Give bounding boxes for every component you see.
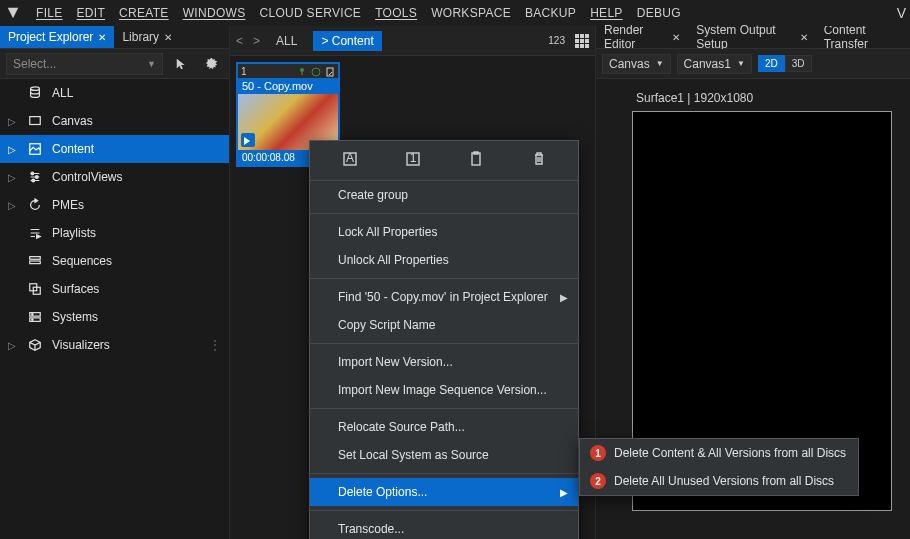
playlist-icon: [26, 225, 44, 241]
badge-1-icon: 1: [590, 445, 606, 461]
svg-text:1: 1: [409, 151, 416, 165]
svg-rect-19: [327, 68, 333, 76]
ctx-transcode[interactable]: Transcode...: [310, 515, 578, 539]
tab-content-transfer[interactable]: Content Transfer: [816, 26, 910, 48]
svg-rect-17: [301, 72, 303, 75]
svg-text:A: A: [345, 151, 353, 165]
tree-item-controlviews[interactable]: ▷ ControlViews: [0, 163, 229, 191]
tab-label: Project Explorer: [8, 30, 93, 44]
trash-icon[interactable]: [531, 151, 547, 170]
tree-item-sequences[interactable]: ▷ Sequences: [0, 247, 229, 275]
canvas-type-dropdown[interactable]: Canvas ▼: [602, 54, 671, 74]
breadcrumb-content[interactable]: > Content: [313, 31, 381, 51]
ctx-relocate-source[interactable]: Relocate Source Path...: [310, 413, 578, 441]
svg-rect-8: [30, 257, 41, 260]
tab-render-editor[interactable]: Render Editor ✕: [596, 26, 688, 48]
rename-1-icon[interactable]: 1: [405, 151, 421, 170]
ctx-lock-all[interactable]: Lock All Properties: [310, 218, 578, 246]
tree-item-playlists[interactable]: ▷ Playlists: [0, 219, 229, 247]
tab-system-output-setup[interactable]: System Output Setup ✕: [688, 26, 815, 48]
nav-forward-icon[interactable]: >: [253, 34, 260, 48]
tree-label: Playlists: [52, 226, 96, 240]
left-tabbar: Project Explorer ✕ Library ✕: [0, 26, 229, 49]
ctx-label: Find '50 - Copy.mov' in Project Explorer: [338, 290, 548, 304]
tree-item-pmes[interactable]: ▷ PMEs: [0, 191, 229, 219]
menu-debug[interactable]: DEBUG: [637, 6, 681, 20]
menu-cloud-service[interactable]: CLOUD SERVICE: [259, 6, 361, 20]
ctx-import-new-version[interactable]: Import New Version...: [310, 348, 578, 376]
svg-point-7: [32, 179, 35, 182]
menu-edit[interactable]: EDIT: [77, 6, 106, 20]
tree-item-systems[interactable]: ▷ Systems: [0, 303, 229, 331]
seg-2d-button[interactable]: 2D: [758, 55, 785, 72]
canvas-icon: [26, 113, 44, 129]
tree-label: ALL: [52, 86, 73, 100]
tab-label: Content Transfer: [824, 26, 902, 48]
tree-item-all[interactable]: ▷ ALL: [0, 79, 229, 107]
menu-file[interactable]: FILE: [36, 6, 63, 20]
tree-item-surfaces[interactable]: ▷ Surfaces: [0, 275, 229, 303]
sort-numeric-icon[interactable]: 123: [548, 35, 565, 46]
play-icon: [244, 137, 250, 145]
submenu-label: Delete Content & All Versions from all D…: [614, 446, 846, 460]
menu-backup[interactable]: BACKUP: [525, 6, 576, 20]
ctx-label: Delete Options...: [338, 485, 427, 499]
content-icon: [26, 141, 44, 157]
ctx-create-group[interactable]: Create group: [310, 181, 578, 209]
menu-workspace[interactable]: WORKSPACE: [431, 6, 511, 20]
close-icon[interactable]: ✕: [98, 32, 106, 43]
ctx-delete-options[interactable]: Delete Options... ▶: [310, 478, 578, 506]
menu-create[interactable]: CREATE: [119, 6, 169, 20]
tab-label: Library: [122, 30, 159, 44]
menu-tools[interactable]: TOOLS: [375, 6, 417, 20]
svg-rect-9: [30, 261, 41, 264]
left-panel: Project Explorer ✕ Library ✕ Select... ▼…: [0, 26, 230, 539]
badge-2-icon: 2: [590, 473, 606, 489]
seg-3d-button[interactable]: 3D: [785, 55, 812, 72]
close-icon[interactable]: ✕: [164, 32, 172, 43]
tree-label: Surfaces: [52, 282, 99, 296]
svg-rect-3: [30, 117, 41, 125]
close-icon[interactable]: ✕: [800, 32, 808, 43]
close-icon[interactable]: ✕: [672, 32, 680, 43]
tree-label: Systems: [52, 310, 98, 324]
canvas-select-dropdown[interactable]: Canvas1 ▼: [677, 54, 752, 74]
tree-item-visualizers[interactable]: ▷ Visualizers ⋮: [0, 331, 229, 359]
ctx-copy-script-name[interactable]: Copy Script Name: [310, 311, 578, 339]
title-partial: V: [897, 5, 906, 21]
nav-back-icon[interactable]: <: [236, 34, 243, 48]
right-tabbar: Render Editor ✕ System Output Setup ✕ Co…: [596, 26, 910, 49]
pointer-icon[interactable]: [171, 53, 193, 75]
select-placeholder: Select...: [13, 57, 56, 71]
tree-item-content[interactable]: ▷ Content: [0, 135, 229, 163]
gear-icon[interactable]: [201, 53, 223, 75]
drag-handle-icon[interactable]: ⋮: [209, 338, 221, 352]
rotate-icon: [26, 197, 44, 213]
tree-mini-icon: [297, 66, 307, 76]
ctx-unlock-all[interactable]: Unlock All Properties: [310, 246, 578, 274]
chevron-right-icon: ▶: [560, 292, 568, 303]
menu-help[interactable]: HELP: [590, 6, 623, 20]
ctx-import-new-sequence[interactable]: Import New Image Sequence Version...: [310, 376, 578, 404]
menu-windows[interactable]: WINDOWS: [183, 6, 246, 20]
tree-label: PMEs: [52, 198, 84, 212]
grid-view-icon[interactable]: [575, 34, 589, 48]
submenu-delete-all-versions[interactable]: 1 Delete Content & All Versions from all…: [580, 439, 858, 467]
rename-a-icon[interactable]: A: [342, 151, 358, 170]
context-icon-row: A 1: [310, 141, 578, 181]
ctx-find-in-explorer[interactable]: Find '50 - Copy.mov' in Project Explorer…: [310, 283, 578, 311]
tree-label: Content: [52, 142, 94, 156]
submenu-delete-unused-versions[interactable]: 2 Delete All Unused Versions from all Di…: [580, 467, 858, 495]
clipboard-icon[interactable]: [468, 151, 484, 170]
svg-point-6: [35, 176, 38, 179]
ctx-set-local-source[interactable]: Set Local System as Source: [310, 441, 578, 469]
breadcrumb-all[interactable]: ALL: [270, 32, 303, 50]
tree-item-canvas[interactable]: ▷ Canvas: [0, 107, 229, 135]
chevron-down-icon: ▼: [737, 59, 745, 68]
select-dropdown[interactable]: Select... ▼: [6, 53, 163, 75]
svg-point-16: [300, 68, 304, 72]
tab-library[interactable]: Library ✕: [114, 26, 180, 48]
tree-label: Canvas: [52, 114, 93, 128]
tab-label: Render Editor: [604, 23, 667, 51]
tab-project-explorer[interactable]: Project Explorer ✕: [0, 26, 114, 48]
